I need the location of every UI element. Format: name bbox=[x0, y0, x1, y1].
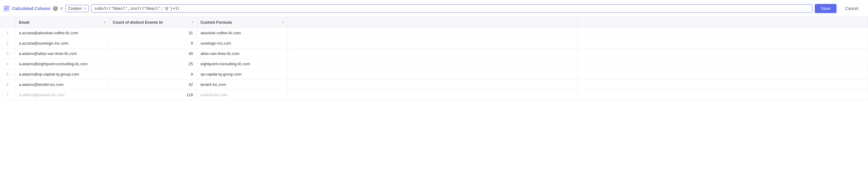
cell-email: a.adams@eightpoint-consulting-llc.com bbox=[15, 59, 109, 69]
cell-count: 25 bbox=[109, 59, 197, 69]
cell-email: a.adams@sp-capital-iq-group.com bbox=[15, 69, 109, 79]
col-label-email: Email bbox=[19, 20, 30, 25]
custom-tag-label: Custom bbox=[68, 6, 82, 10]
row-number: 1 bbox=[0, 28, 15, 38]
sort-icon-count[interactable]: ▾ bbox=[192, 21, 193, 24]
table-body: 1 a.acosta@absolute-coffee-llc.com 31 ab… bbox=[0, 28, 868, 100]
toolbar: Calculated Column ? = Custom × Save Canc… bbox=[0, 0, 868, 17]
table-row: 1 a.acosta@absolute-coffee-llc.com 31 ab… bbox=[0, 28, 868, 38]
cell-extra1 bbox=[287, 28, 578, 38]
row-number: 2 bbox=[0, 38, 15, 49]
close-icon[interactable]: × bbox=[84, 6, 86, 11]
col-header-rownum bbox=[0, 17, 15, 28]
save-button[interactable]: Save bbox=[815, 4, 837, 13]
equals-sign: = bbox=[60, 6, 63, 11]
svg-rect-2 bbox=[4, 9, 6, 11]
cell-extra1 bbox=[287, 38, 578, 49]
cell-custom: sp-capital-iq-group.com bbox=[197, 69, 287, 79]
cell-extra2 bbox=[578, 38, 868, 49]
col-header-custom[interactable]: Custom Formula ▾ bbox=[197, 17, 287, 28]
col-header-count[interactable]: Count of distinct Events Id ▾ bbox=[109, 17, 197, 28]
cell-count: 40 bbox=[109, 49, 197, 59]
cell-extra2 bbox=[578, 49, 868, 59]
svg-rect-0 bbox=[4, 6, 6, 8]
cell-custom: atlas-van-lines-llc.com bbox=[197, 49, 287, 59]
cell-extra2 bbox=[578, 69, 868, 79]
cell-count: 42 bbox=[109, 79, 197, 90]
cell-count: 9 bbox=[109, 38, 197, 49]
col-header-email[interactable]: Email ▾ bbox=[15, 17, 109, 28]
cell-custom: tendril-inc.com bbox=[197, 79, 287, 90]
cell-extra2 bbox=[578, 59, 868, 69]
col-header-extra2 bbox=[578, 17, 868, 28]
cell-custom: surelogic-inc.com bbox=[197, 38, 287, 49]
cell-email: a.adams@atlas-van-lines-llc.com bbox=[15, 49, 109, 59]
row-number: 7 bbox=[0, 90, 15, 100]
cell-email: a.adkins@nucivis-inc.com bbox=[15, 90, 109, 100]
col-label-count: Count of distinct Events Id bbox=[113, 20, 163, 25]
sort-icon-custom[interactable]: ▾ bbox=[282, 21, 284, 24]
calculated-column-label: Calculated Column bbox=[12, 6, 51, 11]
cell-custom: eightpoint-consulting-llc.com bbox=[197, 59, 287, 69]
cell-email: a.acosta@absolute-coffee-llc.com bbox=[15, 28, 109, 38]
calculated-column-icon bbox=[4, 5, 10, 11]
svg-rect-1 bbox=[7, 6, 9, 8]
data-table-container: Email ▾ Count of distinct Events Id ▾ Cu… bbox=[0, 17, 868, 100]
cell-extra1 bbox=[287, 59, 578, 69]
custom-tag[interactable]: Custom × bbox=[65, 5, 89, 12]
cell-email: a.adams@tendril-inc.com bbox=[15, 79, 109, 90]
table-row: 6 a.adams@tendril-inc.com 42 tendril-inc… bbox=[0, 79, 868, 90]
cell-count: 118 bbox=[109, 90, 197, 100]
table-row: 4 a.adams@eightpoint-consulting-llc.com … bbox=[0, 59, 868, 69]
cell-extra1 bbox=[287, 49, 578, 59]
cell-custom: nucivis-inc.com bbox=[197, 90, 287, 100]
table-header-row: Email ▾ Count of distinct Events Id ▾ Cu… bbox=[0, 17, 868, 28]
cell-count: 31 bbox=[109, 28, 197, 38]
row-number: 5 bbox=[0, 69, 15, 79]
row-number: 3 bbox=[0, 49, 15, 59]
row-number: 4 bbox=[0, 59, 15, 69]
cell-extra2 bbox=[578, 79, 868, 90]
help-icon[interactable]: ? bbox=[53, 6, 58, 11]
cell-count: 9 bbox=[109, 69, 197, 79]
cell-extra2 bbox=[578, 90, 868, 100]
cell-extra1 bbox=[287, 69, 578, 79]
cell-extra1 bbox=[287, 79, 578, 90]
table-row: 2 a.acosta@surelogic-inc.com 9 surelogic… bbox=[0, 38, 868, 49]
data-table: Email ▾ Count of distinct Events Id ▾ Cu… bbox=[0, 17, 868, 100]
row-number: 6 bbox=[0, 79, 15, 90]
cell-custom: absolute-coffee-llc.com bbox=[197, 28, 287, 38]
cell-extra2 bbox=[578, 28, 868, 38]
cell-email: a.acosta@surelogic-inc.com bbox=[15, 38, 109, 49]
formula-input[interactable] bbox=[94, 6, 809, 10]
cell-extra1 bbox=[287, 90, 578, 100]
table-row: 3 a.adams@atlas-van-lines-llc.com 40 atl… bbox=[0, 49, 868, 59]
sort-icon-email[interactable]: ▾ bbox=[104, 21, 105, 24]
col-label-custom: Custom Formula bbox=[200, 20, 232, 25]
formula-input-wrapper[interactable] bbox=[91, 4, 812, 13]
table-row: 5 a.adams@sp-capital-iq-group.com 9 sp-c… bbox=[0, 69, 868, 79]
table-row: 7 a.adkins@nucivis-inc.com 118 nucivis-i… bbox=[0, 90, 868, 100]
col-header-extra1 bbox=[287, 17, 578, 28]
cancel-button[interactable]: Cancel bbox=[839, 4, 864, 13]
